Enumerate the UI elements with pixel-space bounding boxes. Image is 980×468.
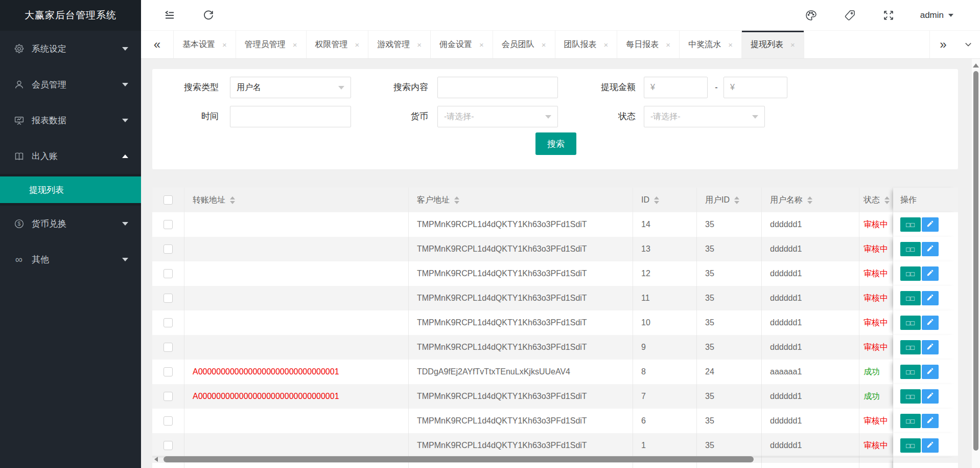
view-button[interactable]: □□ — [900, 414, 921, 428]
row-checkbox-cell — [152, 286, 184, 310]
edit-button[interactable] — [922, 438, 939, 453]
search-type-select[interactable]: 用户名 — [230, 77, 351, 98]
amount-min-input[interactable] — [644, 77, 708, 98]
edit-button[interactable] — [922, 414, 939, 428]
tab-close-icon[interactable]: × — [293, 40, 297, 49]
sidebar-item[interactable]: 会员管理 — [0, 66, 141, 102]
vertical-scrollbar[interactable] — [972, 59, 980, 468]
tabs-scroll-left-button[interactable]: « — [141, 31, 174, 58]
row-checkbox[interactable] — [164, 244, 173, 254]
view-button[interactable]: □□ — [900, 365, 921, 379]
tab[interactable]: 中奖流水× — [680, 31, 742, 58]
edit-button[interactable] — [922, 217, 939, 232]
tab[interactable]: 佣金设置× — [431, 31, 493, 58]
select-all-checkbox[interactable] — [164, 195, 173, 205]
horizontal-scrollbar-thumb[interactable] — [164, 456, 754, 462]
sort-icon[interactable] — [734, 196, 739, 204]
tab-close-icon[interactable]: × — [479, 40, 484, 49]
tab-close-icon[interactable]: × — [222, 40, 227, 49]
sort-icon[interactable] — [654, 196, 659, 204]
header-id[interactable]: ID — [633, 188, 697, 212]
tab[interactable]: 游戏管理× — [368, 31, 431, 58]
tab-close-icon[interactable]: × — [542, 40, 546, 49]
tab[interactable]: 团队报表× — [555, 31, 618, 58]
tab[interactable]: 提现列表× — [742, 31, 804, 58]
tab-close-icon[interactable]: × — [666, 40, 670, 49]
actions-cell: □□ — [893, 409, 958, 433]
sort-icon[interactable] — [230, 196, 235, 204]
view-button[interactable]: □□ — [900, 266, 921, 281]
row-checkbox[interactable] — [164, 294, 173, 303]
header-customer-address[interactable]: 客户地址 — [409, 188, 633, 212]
header-user-id[interactable]: 用户ID — [697, 188, 762, 212]
user-name-cell: dddddd1 — [762, 335, 859, 360]
tab[interactable]: 管理员管理× — [236, 31, 307, 58]
header-status[interactable]: 状态 — [859, 188, 893, 212]
edit-button[interactable] — [922, 242, 939, 256]
sidebar-item[interactable]: ∞其他 — [0, 241, 141, 277]
status-select[interactable]: -请选择- — [644, 106, 765, 127]
edit-button[interactable] — [922, 316, 939, 330]
row-checkbox[interactable] — [164, 318, 173, 327]
row-checkbox[interactable] — [164, 343, 173, 352]
tab-close-icon[interactable]: × — [604, 40, 609, 49]
sidebar-item[interactable]: 系统设定 — [0, 31, 141, 66]
search-button[interactable]: 搜索 — [535, 132, 576, 155]
sort-icon[interactable] — [807, 196, 812, 204]
view-button[interactable]: □□ — [900, 438, 921, 453]
edit-button[interactable] — [922, 389, 939, 404]
currency-select[interactable]: -请选择- — [437, 106, 558, 127]
row-checkbox[interactable] — [164, 416, 173, 426]
scroll-left-arrow-icon[interactable] — [154, 457, 158, 462]
header-user-name[interactable]: 用户名称 — [762, 188, 859, 212]
sidebar-item-label: 其他 — [32, 254, 122, 265]
edit-button[interactable] — [922, 291, 939, 305]
chevron-down-icon[interactable] — [956, 31, 980, 58]
view-button[interactable]: □□ — [900, 389, 921, 404]
tab[interactable]: 基本设置× — [174, 31, 236, 58]
view-button[interactable]: □□ — [900, 316, 921, 330]
row-checkbox[interactable] — [164, 269, 173, 278]
sidebar-item[interactable]: $货币兑换 — [0, 206, 141, 241]
sidebar-item[interactable]: 出入账 — [0, 138, 141, 174]
scroll-up-arrow-icon[interactable] — [973, 63, 979, 68]
customer-address-cell: TDDgA9fEj2AYfTvTtxTEnuLxKjksUUeAV4 — [409, 360, 633, 384]
fullscreen-icon[interactable] — [881, 8, 896, 23]
header-transfer-address[interactable]: 转账地址 — [184, 188, 409, 212]
row-checkbox[interactable] — [164, 367, 173, 376]
sidebar-subitem[interactable]: 提现列表 — [0, 176, 141, 203]
edit-button[interactable] — [922, 266, 939, 281]
id-cell: 8 — [633, 360, 697, 384]
view-button[interactable]: □□ — [900, 340, 921, 354]
tab[interactable]: 权限管理× — [307, 31, 369, 58]
palette-icon[interactable] — [804, 8, 818, 23]
user-menu[interactable]: admin — [920, 10, 953, 20]
vertical-scrollbar-thumb[interactable] — [973, 71, 978, 451]
search-content-input[interactable] — [437, 77, 558, 98]
tab-close-icon[interactable]: × — [417, 40, 422, 49]
refresh-icon[interactable] — [201, 8, 216, 23]
tabs-scroll-right-button[interactable]: » — [930, 31, 956, 58]
row-checkbox[interactable] — [164, 441, 173, 450]
sort-icon[interactable] — [454, 196, 459, 204]
tab-close-icon[interactable]: × — [790, 40, 795, 49]
edit-button[interactable] — [922, 365, 939, 379]
time-input[interactable] — [230, 106, 351, 127]
view-button[interactable]: □□ — [900, 291, 921, 305]
edit-button[interactable] — [922, 340, 939, 354]
tab[interactable]: 会员团队× — [493, 31, 555, 58]
amount-max-input[interactable] — [724, 77, 787, 98]
horizontal-scrollbar[interactable] — [152, 456, 958, 463]
tab[interactable]: 每日报表× — [617, 31, 680, 58]
tag-icon[interactable] — [843, 8, 857, 23]
row-checkbox[interactable] — [164, 220, 173, 229]
collapse-menu-icon[interactable] — [162, 8, 177, 23]
view-button[interactable]: □□ — [900, 242, 921, 256]
sort-icon[interactable] — [884, 196, 890, 204]
tab-close-icon[interactable]: × — [728, 40, 733, 49]
tab-close-icon[interactable]: × — [355, 40, 360, 49]
row-checkbox[interactable] — [164, 392, 173, 401]
status-cell: 审核中 — [859, 433, 893, 458]
view-button[interactable]: □□ — [900, 217, 921, 232]
sidebar-item[interactable]: 报表数据 — [0, 102, 141, 138]
